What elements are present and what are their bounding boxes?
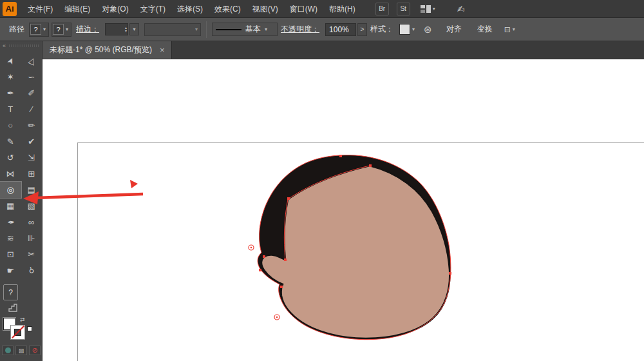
magic-wand-tool-icon: ✶ — [7, 73, 14, 81]
brush-definition-combo[interactable]: ▾ — [144, 23, 201, 36]
scale-tool[interactable]: ⇲ — [21, 150, 43, 166]
pen-tool[interactable]: ✒ — [0, 85, 21, 101]
artboard-boundary — [77, 142, 644, 361]
workspace-switcher[interactable]: ▾ — [421, 5, 435, 13]
mesh-tool[interactable]: ▦ — [0, 198, 21, 214]
align-button[interactable]: 对齐 — [439, 24, 469, 35]
menu-item-view[interactable]: 视图(V) — [247, 0, 284, 18]
blend-tool[interactable]: ∞ — [21, 214, 43, 230]
ellipse-tool[interactable]: ○ — [0, 117, 21, 133]
selection-type-label: 路径 — [9, 24, 24, 35]
chevron-down-icon: ▾ — [41, 26, 48, 32]
artboard-tool[interactable]: ⊡ — [0, 246, 21, 262]
main-menu: 文件(F)编辑(E)对象(O)文字(T)选择(S)效果(C)视图(V)窗口(W)… — [22, 0, 361, 18]
screen-steps-icon[interactable] — [8, 304, 18, 313]
default-fill-stroke-icon[interactable] — [27, 326, 32, 331]
rotate-tool-icon: ↺ — [7, 153, 14, 162]
none-mode-button[interactable]: ⊘ — [29, 346, 41, 355]
collapse-panel-icon[interactable]: « — [3, 43, 6, 49]
fill-color-combo[interactable]: ? ▾ — [29, 23, 49, 37]
opacity-link[interactable]: 不透明度： — [281, 24, 319, 35]
drag-dots[interactable] — [9, 44, 39, 47]
perspective-grid-tool-icon: ▤ — [28, 186, 35, 194]
paintbrush-tool[interactable]: ✏ — [21, 117, 43, 133]
fill-swatch-icon: ? — [30, 24, 41, 35]
menu-bar: Ai 文件(F)编辑(E)对象(O)文字(T)选择(S)效果(C)视图(V)窗口… — [0, 0, 644, 18]
help-tool-box[interactable]: ? — [3, 284, 18, 300]
bridge-button[interactable]: Br — [375, 3, 389, 15]
menu-item-help[interactable]: 帮助(H) — [323, 0, 361, 18]
swap-fill-stroke-icon[interactable]: ⇄ — [20, 317, 25, 323]
menu-item-file[interactable]: 文件(F) — [22, 0, 59, 18]
recolor-artwork-icon[interactable]: ⊛ — [424, 24, 432, 35]
magic-wand-tool[interactable]: ✶ — [0, 69, 21, 85]
direct-selection-tool[interactable]: ▷ — [21, 53, 43, 69]
menu-item-object[interactable]: 对象(O) — [96, 0, 134, 18]
free-transform-tool[interactable]: ⊞ — [21, 166, 43, 182]
symbol-sprayer-tool[interactable]: ≋ — [0, 230, 21, 246]
lasso-tool[interactable]: ∽ — [21, 69, 43, 85]
slice-tool-icon: ✂ — [28, 250, 35, 259]
rotate-tool[interactable]: ↺ — [0, 150, 21, 166]
column-graph-tool-icon: ⊪ — [28, 234, 35, 242]
menu-item-select[interactable]: 选择(S) — [171, 0, 209, 18]
menu-item-window[interactable]: 窗口(W) — [284, 0, 323, 18]
style-label: 样式： — [370, 24, 393, 35]
scale-tool-icon: ⇲ — [28, 153, 35, 162]
separator — [206, 21, 207, 38]
color-mode-button[interactable] — [2, 346, 14, 355]
opacity-input[interactable]: 100% — [325, 23, 356, 36]
illustrator-window: { "menu": { "logo": "Ai", "items": [ {"i… — [0, 0, 644, 361]
perspective-grid-tool[interactable]: ▤ — [21, 182, 43, 198]
eyedropper-tool[interactable]: ✒ — [0, 214, 21, 230]
type-tool[interactable]: T — [0, 101, 21, 117]
document-tab[interactable]: 未标题-1* @ 50% (RGB/预览) × — [43, 41, 172, 59]
width-tool[interactable]: ⋈ — [0, 166, 21, 182]
shape-builder-tool[interactable]: ◎ — [0, 182, 21, 198]
zoom-tool-icon: ☌ — [26, 266, 36, 275]
column-graph-tool[interactable]: ⊪ — [21, 230, 43, 246]
menu-item-type[interactable]: 文字(T) — [135, 0, 171, 18]
hand-tool[interactable]: ☛ — [0, 262, 21, 278]
stroke-profile-icon — [216, 29, 242, 30]
blob-brush-tool[interactable]: ✔ — [21, 133, 43, 150]
mesh-tool-icon: ▦ — [6, 202, 14, 210]
chevron-down-icon: ▾ — [64, 26, 70, 32]
panel-menu-button[interactable]: ⊟ ▾ — [504, 25, 515, 34]
stock-button[interactable]: St — [397, 3, 410, 15]
selection-tool[interactable]: ➤ — [0, 53, 21, 69]
gradient-mode-button[interactable]: ▨ — [15, 346, 27, 355]
gradient-tool-icon: ▧ — [28, 202, 35, 210]
share-hand-icon[interactable]: ✍ — [457, 4, 465, 14]
opacity-expand-button[interactable]: > — [357, 23, 367, 36]
fill-stroke-control: ⇄ — [3, 317, 35, 342]
stroke-weight-dropdown[interactable]: ▾ — [129, 23, 139, 35]
chevron-down-icon: ▾ — [265, 26, 267, 32]
stroke-color-combo[interactable]: ? ▾ — [52, 23, 71, 37]
chevron-down-icon: ▾ — [513, 26, 515, 32]
canvas-area[interactable] — [43, 59, 644, 361]
width-tool-icon: ⋈ — [6, 170, 15, 178]
graphic-style-combo[interactable]: ▾ — [399, 24, 415, 35]
control-bar: 路径 ? ▾ ? ▾ 描边： ▴▾ ▾ ▾ 基本 ▾ 不透明度： 100% > … — [0, 18, 644, 41]
line-segment-tool[interactable]: ∕ — [21, 101, 43, 117]
stroke-weight-stepper[interactable]: ▴▾ — [105, 23, 128, 35]
chevron-down-icon: ▾ — [433, 6, 435, 12]
pencil-tool[interactable]: ✎ — [0, 133, 21, 150]
transform-button[interactable]: 变换 — [469, 24, 500, 35]
eyedropper-tool-icon: ✒ — [7, 218, 14, 226]
menu-item-effect[interactable]: 效果(C) — [209, 0, 247, 18]
stroke-panel-link[interactable]: 描边： — [76, 24, 99, 35]
zoom-tool[interactable]: ☌ — [21, 262, 43, 278]
stepper-arrows-icon: ▴▾ — [125, 24, 127, 35]
width-profile-combo[interactable]: 基本 ▾ — [212, 23, 278, 36]
close-icon[interactable]: × — [160, 46, 165, 54]
none-icon: ⊘ — [32, 346, 37, 355]
slice-tool[interactable]: ✂ — [21, 246, 43, 262]
add-anchor-point-tool[interactable]: ✐ — [21, 85, 43, 101]
menu-item-edit[interactable]: 编辑(E) — [59, 0, 96, 18]
workspace-icon — [421, 5, 431, 13]
tools-grid: ➤▷✶∽✒✐T∕○✏✎✔↺⇲⋈⊞◎▤▦▧✒∞≋⊪⊡✂☛☌ — [0, 53, 42, 278]
pencil-tool-icon: ✎ — [7, 137, 14, 146]
gradient-tool[interactable]: ▧ — [21, 198, 43, 214]
